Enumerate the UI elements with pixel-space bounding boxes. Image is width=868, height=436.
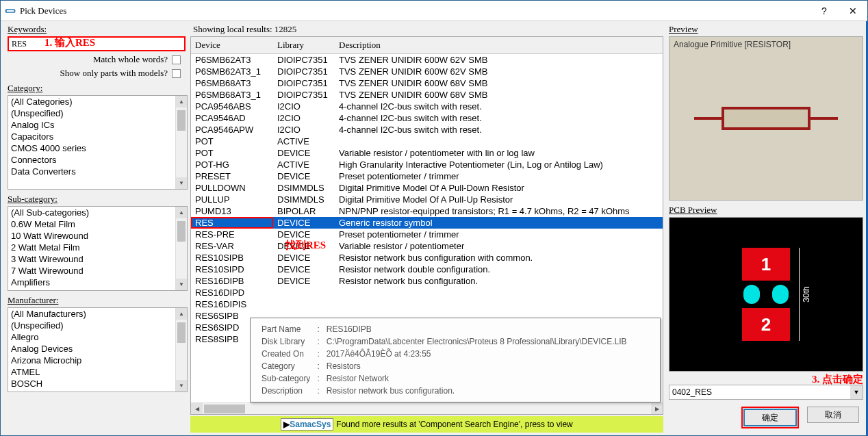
results-count: Showing local results: 12825 xyxy=(193,24,663,35)
selection-indicator xyxy=(866,21,867,435)
category-label: Category: xyxy=(8,83,188,94)
results-table-wrap: Device Library Description P6SMB62AT3DIO… xyxy=(190,36,663,415)
hscrollbar[interactable]: ◀▶ xyxy=(191,402,663,414)
list-item[interactable]: Connectors xyxy=(8,154,187,166)
scrollbar[interactable]: ▲▼ xyxy=(175,96,187,189)
list-item[interactable]: 10 Watt Wirewound xyxy=(8,230,187,242)
help-button[interactable]: ? xyxy=(810,1,839,21)
drill-icon xyxy=(772,285,789,304)
window-title: Pick Devices xyxy=(20,5,810,16)
only-models-label: Show only parts with models? xyxy=(60,68,168,79)
schematic-preview: Analogue Primitive [RESISTOR] xyxy=(669,36,863,201)
results-panel: Showing local results: 12825 Device Libr… xyxy=(189,21,665,435)
table-row[interactable]: P6SMB62AT3_1DIOIPC7351TVS ZENER UNIDIR 6… xyxy=(191,66,663,77)
list-item[interactable]: Analog Devices xyxy=(8,343,187,355)
table-row[interactable]: POTDEVICEVariable resistor / potentiomet… xyxy=(191,147,663,159)
list-item[interactable]: Data Converters xyxy=(8,166,187,177)
subcategory-list[interactable]: (All Sub-categories)0.6W Metal Film10 Wa… xyxy=(8,206,188,291)
pad-2: 2 xyxy=(742,308,790,341)
preview-caption: Analogue Primitive [RESISTOR] xyxy=(674,40,791,49)
dimension: 30th xyxy=(793,248,820,341)
match-whole-label: Match whole words? xyxy=(93,54,168,65)
table-row[interactable]: PCA9546ADI2CIO4-channel I2C-bus switch w… xyxy=(191,112,663,124)
table-row[interactable]: P6SMB68AT3DIOIPC7351TVS ZENER UNIDIR 600… xyxy=(191,77,663,89)
chevron-down-icon[interactable]: ▼ xyxy=(850,385,863,399)
list-item[interactable]: Analog ICs xyxy=(8,119,187,131)
table-row[interactable]: RES10SIPBDEVICEResistor network bus conf… xyxy=(191,252,663,264)
table-row[interactable]: PUMD13BIPOLARNPN/PNP resistor-equipped t… xyxy=(191,205,663,217)
samacsys-logo: ▶SamacSys xyxy=(281,418,333,431)
keywords-label: Keywords: xyxy=(8,24,188,35)
scrollbar[interactable]: ▲▼ xyxy=(175,207,187,290)
list-item[interactable]: (All Sub-categories) xyxy=(8,207,187,218)
table-row[interactable]: PCA9546ABSI2CIO4-channel I2C-bus switch … xyxy=(191,101,663,112)
list-item[interactable]: ATMEL xyxy=(8,366,187,378)
list-item[interactable]: 0.6W Metal Film xyxy=(8,218,187,230)
table-row[interactable]: PRESETDEVICEPreset potentiometer / trimm… xyxy=(191,170,663,182)
ok-button[interactable]: 确定 xyxy=(744,409,796,426)
list-item[interactable]: 3 Watt Wirewound xyxy=(8,253,187,265)
samacsys-text: Found more results at 'Component Search … xyxy=(336,420,572,429)
list-item[interactable]: Capacitors xyxy=(8,131,187,142)
resistor-symbol xyxy=(694,107,838,130)
list-item[interactable]: (All Manufacturers) xyxy=(8,308,187,320)
drill-icon xyxy=(743,285,760,304)
category-list[interactable]: (All Categories)(Unspecified)Analog ICsC… xyxy=(8,95,188,190)
list-item[interactable]: (Unspecified) xyxy=(8,107,187,119)
tooltip: Part Name:RES16DIPB Disk Library:C:\Prog… xyxy=(250,318,661,402)
table-row[interactable]: RES16DIPIS xyxy=(191,298,663,310)
manufacturer-label: Manufacturer: xyxy=(8,295,188,306)
table-row[interactable]: POT-HGACTIVEHigh Granularity Interactive… xyxy=(191,159,663,170)
list-item[interactable]: Amplifiers xyxy=(8,277,187,288)
keywords-input[interactable] xyxy=(12,39,181,49)
table-row[interactable]: RES10SIPDDEVICEResistor network double c… xyxy=(191,264,663,275)
dialog-window: Pick Devices ? ✕ Keywords: 1. 输入RES Matc… xyxy=(0,0,868,436)
list-item[interactable]: (Unspecified) xyxy=(8,320,187,331)
svg-rect-0 xyxy=(6,10,14,12)
preview-label: Preview xyxy=(669,24,863,35)
only-models-checkbox[interactable] xyxy=(172,69,181,78)
list-item[interactable]: (All Categories) xyxy=(8,96,187,107)
table-row[interactable]: RES16DIPBDEVICEResistor network bus conf… xyxy=(191,275,663,287)
table-row[interactable]: P6SMB68AT3_1DIOIPC7351TVS ZENER UNIDIR 6… xyxy=(191,89,663,101)
table-row[interactable]: P6SMB62AT3DIOIPC7351TVS ZENER UNIDIR 600… xyxy=(191,54,663,66)
app-icon xyxy=(5,5,16,16)
list-item[interactable]: CMOS 4000 series xyxy=(8,142,187,154)
col-device[interactable]: Device xyxy=(191,37,273,54)
table-row[interactable]: PULLUPDSIMMDLSDigital Primitive Model Of… xyxy=(191,194,663,205)
left-panel: Keywords: 1. 输入RES Match whole words? Sh… xyxy=(1,21,189,435)
scrollbar[interactable]: ▲▼ xyxy=(175,308,187,392)
table-row[interactable]: RESDEVICEGeneric resistor symbol xyxy=(191,217,663,229)
manufacturer-list[interactable]: (All Manufacturers)(Unspecified)AllegroA… xyxy=(8,307,188,392)
pcb-preview-label: PCB Preview xyxy=(669,205,863,216)
footprint-dropdown[interactable]: 0402_RES ▼ xyxy=(669,385,863,400)
list-item[interactable]: Arizona Microchip xyxy=(8,355,187,366)
preview-panel: Preview Analogue Primitive [RESISTOR] PC… xyxy=(665,21,867,435)
match-whole-checkbox[interactable] xyxy=(172,55,181,64)
table-row[interactable]: RES-PREDEVICEPreset potentiometer / trim… xyxy=(191,229,663,240)
keywords-input-wrap xyxy=(8,36,186,51)
col-library[interactable]: Library xyxy=(273,37,335,54)
list-item[interactable]: 2 Watt Metal Film xyxy=(8,242,187,253)
samacsys-banner[interactable]: ▶SamacSys Found more results at 'Compone… xyxy=(190,416,663,433)
table-row[interactable]: RES-VARDEVICEVariable resistor / potenti… xyxy=(191,240,663,252)
footprint: 1 2 30th xyxy=(742,248,790,341)
results-table[interactable]: Device Library Description P6SMB62AT3DIO… xyxy=(191,37,663,345)
list-item[interactable]: BOSCH xyxy=(8,378,187,389)
subcategory-label: Sub-category: xyxy=(8,194,188,205)
table-row[interactable]: PCA9546APWI2CIO4-channel I2C-bus switch … xyxy=(191,124,663,136)
list-item[interactable]: Allegro xyxy=(8,331,187,343)
cancel-button[interactable]: 取消 xyxy=(807,407,859,423)
pcb-preview: 1 2 30th xyxy=(669,217,863,372)
close-button[interactable]: ✕ xyxy=(839,1,867,21)
table-row[interactable]: PULLDOWNDSIMMDLSDigital Primitive Model … xyxy=(191,182,663,194)
titlebar: Pick Devices ? ✕ xyxy=(1,1,867,21)
col-description[interactable]: Description xyxy=(335,37,663,54)
table-row[interactable]: POTACTIVE xyxy=(191,136,663,147)
footprint-value: 0402_RES xyxy=(672,387,712,397)
table-row[interactable]: RES16DIPD xyxy=(191,287,663,298)
list-item[interactable]: 7 Watt Wirewound xyxy=(8,265,187,277)
pad-1: 1 xyxy=(742,248,790,281)
